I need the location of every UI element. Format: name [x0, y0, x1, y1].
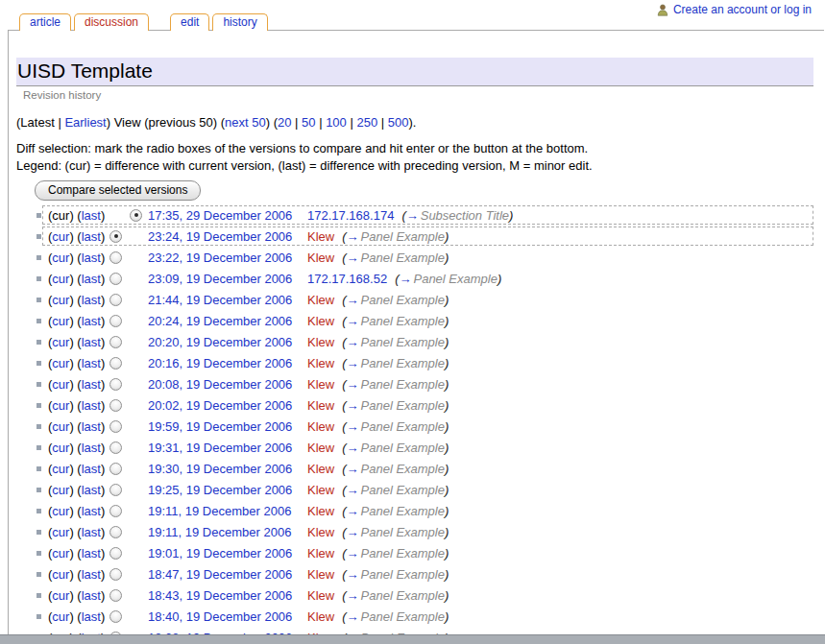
user-link[interactable]: Klew — [307, 314, 334, 328]
pagination-count-link[interactable]: 50 — [302, 115, 315, 130]
compare-radio[interactable] — [109, 336, 122, 348]
revision-timestamp-link[interactable]: 18:40, 19 December 2006 — [148, 609, 307, 624]
compare-radio[interactable] — [109, 294, 122, 306]
section-arrow-link[interactable]: → — [347, 483, 359, 497]
section-arrow-link[interactable]: → — [347, 546, 359, 561]
login-link[interactable]: Create an account or log in — [673, 3, 812, 16]
section-arrow-link[interactable]: → — [347, 588, 359, 603]
earliest-link[interactable]: Earliest — [64, 115, 106, 130]
user-link[interactable]: Klew — [307, 546, 334, 561]
last-link[interactable]: last — [82, 525, 101, 539]
revision-timestamp-link[interactable]: 20:08, 19 December 2006 — [148, 377, 307, 392]
section-arrow-link[interactable]: → — [347, 525, 359, 539]
compare-radio[interactable] — [130, 209, 142, 222]
section-arrow-link[interactable]: → — [347, 441, 359, 455]
section-arrow-link[interactable]: → — [347, 356, 359, 370]
compare-radio[interactable] — [109, 315, 122, 327]
section-arrow-link[interactable]: → — [347, 609, 359, 624]
cur-link[interactable]: cur — [52, 419, 69, 434]
last-link[interactable]: last — [82, 546, 101, 561]
section-arrow-link[interactable]: → — [347, 335, 359, 349]
last-link[interactable]: last — [82, 377, 101, 392]
section-arrow-link[interactable]: → — [347, 462, 359, 476]
user-link[interactable]: Klew — [307, 462, 334, 476]
section-arrow-link[interactable]: → — [347, 229, 359, 244]
cur-link[interactable]: cur — [52, 525, 69, 539]
last-link[interactable]: last — [82, 588, 101, 603]
last-link[interactable]: last — [82, 314, 101, 328]
user-link[interactable]: Klew — [307, 335, 334, 349]
pagination-count-link[interactable]: 20 — [278, 115, 291, 130]
pagination-count-link[interactable]: 100 — [326, 115, 347, 130]
last-link[interactable]: last — [82, 272, 101, 286]
cur-link[interactable]: cur — [52, 314, 69, 328]
cur-link[interactable]: cur — [52, 441, 69, 455]
cur-link[interactable]: cur — [52, 356, 69, 370]
last-link[interactable]: last — [82, 335, 101, 349]
section-arrow-link[interactable]: → — [347, 567, 359, 582]
compare-radio[interactable] — [109, 610, 122, 623]
user-link[interactable]: Klew — [307, 419, 334, 434]
last-link[interactable]: last — [82, 567, 101, 582]
revision-timestamp-link[interactable]: 17:35, 29 December 2006 — [148, 208, 307, 223]
cur-link[interactable]: cur — [52, 567, 69, 582]
revision-timestamp-link[interactable]: 18:47, 19 December 2006 — [148, 567, 307, 582]
compare-radio[interactable] — [109, 547, 122, 560]
cur-link[interactable]: cur — [52, 293, 69, 307]
revision-timestamp-link[interactable]: 20:16, 19 December 2006 — [148, 356, 307, 370]
revision-timestamp-link[interactable]: 20:02, 19 December 2006 — [148, 398, 307, 413]
user-link[interactable]: Klew — [307, 229, 334, 244]
tab-discussion[interactable]: discussion — [74, 13, 149, 31]
user-link[interactable]: Klew — [307, 293, 334, 307]
pagination-count-link[interactable]: 250 — [356, 115, 377, 130]
revision-timestamp-link[interactable]: 21:44, 19 December 2006 — [148, 293, 307, 307]
cur-link[interactable]: cur — [52, 588, 69, 603]
pagination-count-link[interactable]: 500 — [388, 115, 409, 130]
user-link[interactable]: Klew — [307, 377, 334, 392]
revision-timestamp-link[interactable]: 19:25, 19 December 2006 — [148, 483, 307, 497]
cur-link[interactable]: cur — [52, 272, 69, 286]
compare-radio[interactable] — [109, 230, 122, 243]
revision-timestamp-link[interactable]: 19:31, 19 December 2006 — [148, 441, 307, 455]
cur-link[interactable]: cur — [52, 546, 69, 561]
cur-link[interactable]: cur — [52, 335, 69, 349]
compare-radio[interactable] — [109, 505, 122, 517]
revision-timestamp-link[interactable]: 23:24, 19 December 2006 — [148, 229, 307, 244]
cur-link[interactable]: cur — [52, 377, 69, 392]
compare-radio[interactable] — [109, 251, 122, 264]
section-arrow-link[interactable]: → — [347, 504, 359, 518]
tab-history[interactable]: history — [212, 13, 267, 31]
section-arrow-link[interactable]: → — [347, 314, 359, 328]
last-link[interactable]: last — [82, 293, 101, 307]
user-link[interactable]: Klew — [307, 250, 334, 265]
cur-link[interactable]: cur — [52, 250, 69, 265]
revision-timestamp-link[interactable]: 23:22, 19 December 2006 — [148, 250, 307, 265]
user-link[interactable]: Klew — [307, 398, 334, 413]
user-link[interactable]: Klew — [307, 356, 334, 370]
tab-edit[interactable]: edit — [170, 13, 209, 31]
revision-timestamp-link[interactable]: 19:01, 19 December 2006 — [148, 546, 307, 561]
last-link[interactable]: last — [82, 356, 101, 370]
last-link[interactable]: last — [82, 250, 101, 265]
compare-radio[interactable] — [109, 463, 122, 475]
user-link[interactable]: Klew — [307, 504, 334, 518]
compare-radio[interactable] — [109, 526, 122, 538]
revision-timestamp-link[interactable]: 19:11, 19 December 2006 — [148, 504, 307, 518]
user-link[interactable]: Klew — [307, 525, 334, 539]
last-link[interactable]: last — [82, 229, 101, 244]
cur-link[interactable]: cur — [52, 483, 69, 497]
section-arrow-link[interactable]: → — [347, 419, 359, 434]
section-arrow-link[interactable]: → — [347, 250, 359, 265]
compare-radio[interactable] — [109, 399, 122, 412]
last-link[interactable]: last — [82, 483, 101, 497]
cur-link[interactable]: cur — [52, 398, 69, 413]
section-arrow-link[interactable]: → — [399, 272, 411, 286]
revision-timestamp-link[interactable]: 19:11, 19 December 2006 — [148, 525, 307, 539]
revision-timestamp-link[interactable]: 19:59, 19 December 2006 — [148, 419, 307, 434]
compare-radio[interactable] — [109, 441, 122, 454]
tab-article[interactable]: article — [19, 13, 71, 31]
user-link[interactable]: Klew — [307, 609, 334, 624]
last-link[interactable]: last — [82, 504, 101, 518]
revision-timestamp-link[interactable]: 20:24, 19 December 2006 — [148, 314, 307, 328]
cur-link[interactable]: cur — [52, 609, 69, 624]
